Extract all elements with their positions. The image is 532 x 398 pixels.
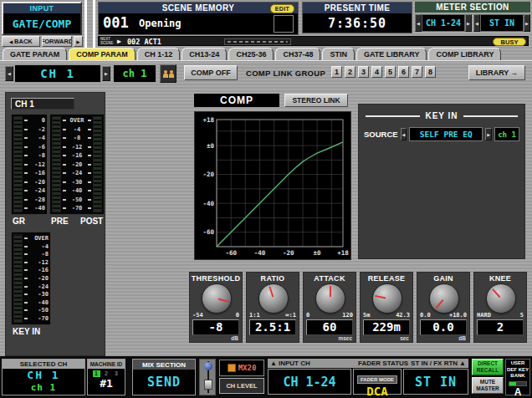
comp-link-group-button[interactable]: 2 (345, 66, 356, 78)
comp-link-group-button[interactable]: 3 (358, 66, 369, 78)
meter-scale-row: -16 (24, 170, 45, 176)
knob[interactable] (486, 283, 516, 314)
meter-scale-row: -40 (24, 205, 45, 212)
knob-needle (492, 288, 500, 298)
knob-panel: RATIO 1:1 ∞:1 2.5:1 (246, 272, 299, 343)
fader-status-display: FADER MODE DCA (353, 369, 402, 395)
input-ch-header: ▲INPUT CH (270, 360, 310, 367)
comp-off-button[interactable]: COMP OFF (184, 65, 238, 80)
meter-selector2-right-arrow[interactable]: ▶ (524, 14, 530, 32)
comp-link-group-button[interactable]: 4 (371, 66, 382, 78)
present-time-panel: PRESENT TIME 7:36:50 (302, 2, 412, 33)
pre-post-meter: OVER-4-8-12-16-20-24-30-40-50-70 (49, 114, 105, 215)
comp-link-group-button[interactable]: 5 (385, 66, 396, 78)
channel-select-right-arrow[interactable]: ▶ (102, 66, 110, 81)
fader-cap-icon (204, 380, 212, 390)
key-bank-value: A (506, 386, 529, 398)
stereo-link-button[interactable]: STEREO LINK (284, 94, 348, 107)
source-right-arrow[interactable]: ▶ (485, 128, 492, 140)
channel-pair-icon[interactable] (160, 64, 176, 83)
knob-max-label: 42.3 (396, 312, 410, 319)
back-button[interactable]: ◀ BACK (2, 36, 40, 47)
key-in-panel: KEY IN SOURCE ◀ SELF PRE EQ ▶ ch 1 (358, 104, 525, 259)
knob-min-label: 1:1 (249, 312, 260, 319)
machine-id-cell: 3 (113, 370, 120, 377)
meter-selector1-left-arrow[interactable]: ◀ (415, 14, 422, 32)
tick (88, 146, 91, 148)
ch-level-button[interactable]: CH LEVEL (219, 378, 264, 394)
forward-label: FORWARD (42, 38, 72, 45)
mix-section-value: SEND (133, 370, 195, 395)
comp-transfer-curve: +18±0-20-40-60-60-40-20±0+18 (195, 112, 350, 259)
tab-label: COMP LIBRARY (436, 50, 494, 59)
meter-selector1[interactable]: CH 1-24 (422, 14, 465, 32)
meter-scale-row: -4 (24, 135, 45, 141)
knob-needle (218, 298, 229, 303)
mx20-label: MX20 (238, 364, 257, 372)
knob-min-label: 0.0 (420, 312, 431, 319)
gr-label: GR (13, 217, 25, 226)
svg-text:-40: -40 (202, 200, 214, 207)
tab[interactable]: CH13-24 (182, 48, 227, 60)
forward-arrow-icon: ▶ (77, 39, 80, 44)
mute-master-button[interactable]: MUTE MASTER (472, 377, 504, 394)
source-left-arrow[interactable]: ◀ (401, 128, 407, 140)
meter-selector2[interactable]: ST IN (480, 14, 524, 32)
input-section-header: INPUT (3, 3, 80, 13)
tab[interactable]: COMP PARAM (69, 48, 136, 60)
input-ch-value: CH 1-24 (268, 369, 351, 395)
tab[interactable]: CH37-48 (275, 48, 320, 60)
knob[interactable] (258, 283, 289, 314)
tick (88, 155, 91, 156)
meter-scale-row: -12 (24, 161, 45, 168)
tab-label: GATE PARAM (10, 50, 59, 59)
meter-scale-row: -30 (63, 179, 91, 186)
key-in-panel-title: KEY IN (425, 111, 458, 120)
knob[interactable] (372, 283, 402, 314)
meter-selector1-right-arrow[interactable]: ▶ (465, 14, 472, 32)
direct-recall-button[interactable]: DIRECT RECALL (472, 359, 504, 375)
svg-text:-20: -20 (283, 249, 294, 257)
tab-divider (0, 60, 532, 61)
tab-bar: GATE PARAM COMP PARAM CH 1-12 CH13-24 CH… (3, 48, 501, 60)
forward-arrow-button[interactable]: ▶ (74, 36, 83, 47)
knob[interactable] (315, 283, 345, 314)
comp-link-group-button[interactable]: 6 (398, 66, 409, 78)
forward-button[interactable]: FORWARD (42, 36, 72, 47)
channel-select-left-arrow[interactable]: ◀ (5, 66, 13, 81)
knob[interactable] (429, 283, 459, 314)
tab[interactable]: GATE PARAM (3, 48, 67, 60)
meter-scale-row: -24 (63, 170, 91, 176)
knob-max-label: +18.0 (449, 312, 467, 319)
meter-scale-row: -28 (24, 196, 45, 203)
meter-scale-row: -24 (24, 187, 45, 194)
meter-scale-row: -50 (24, 307, 49, 314)
knob-unit-label: sec (400, 335, 409, 341)
knob-panel: ATTACK 0 120 60 msec (303, 272, 356, 343)
comp-link-group-button[interactable]: 1 (331, 66, 342, 78)
comp-link-group-button[interactable]: 8 (425, 66, 436, 78)
scene-memory-header-label: SCENE MEMORY (162, 3, 235, 13)
source-value-display[interactable]: SELF PRE EQ (409, 127, 483, 141)
tick (24, 318, 28, 319)
channel-name-display: ch 1 (113, 64, 156, 83)
tab[interactable]: COMP LIBRARY (428, 48, 501, 60)
tab[interactable]: STIN (322, 48, 355, 60)
tab[interactable]: CH 1-12 (137, 48, 181, 60)
meter-selector2-left-arrow[interactable]: ◀ (473, 14, 480, 32)
mix-section-panel: MIX SECTION SEND (132, 359, 196, 395)
scene-memory-panel: SCENE MEMORY EDIT 001 Opening (98, 2, 299, 35)
svg-text:±0: ±0 (314, 249, 322, 257)
scene-memory-header: SCENE MEMORY EDIT (99, 3, 298, 13)
comp-link-group-button[interactable]: 7 (412, 66, 422, 78)
tab[interactable]: GATE LIBRARY (356, 48, 427, 60)
library-button[interactable]: LIBRARY → (468, 65, 525, 80)
tab[interactable]: CH25-36 (228, 48, 274, 60)
knob[interactable] (202, 283, 232, 314)
machine-id-value: #1 (88, 377, 125, 390)
tab-label: CH25-36 (236, 50, 266, 59)
meter-scale-row: -4 (63, 126, 91, 133)
key-in-meter: OVER-4-8-12-16-20-24-30-40-50-70 (11, 232, 51, 325)
tick (24, 262, 28, 263)
meter-scale-row: -16 (24, 267, 49, 273)
